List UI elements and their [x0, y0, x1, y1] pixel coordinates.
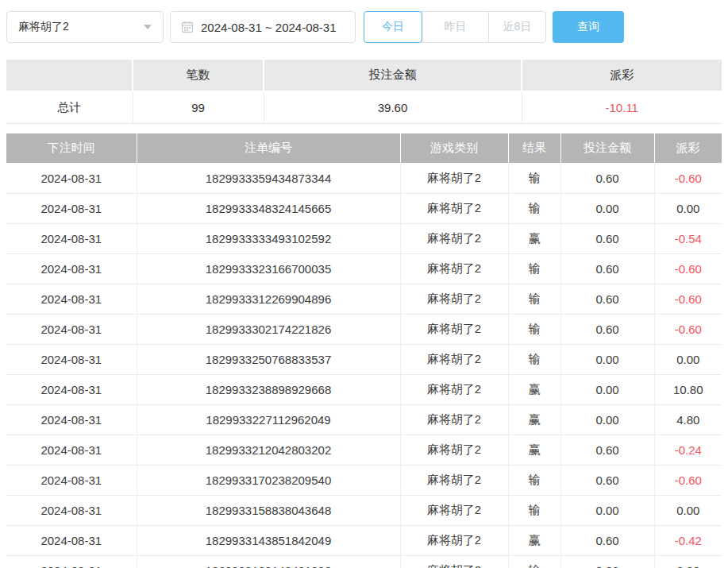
cell-bet-time: 2024-08-31: [6, 526, 137, 556]
cell-bet-amount: 0.00: [560, 405, 654, 435]
cell-payout: 0.00: [654, 345, 722, 375]
table-row: 2024-08-311829933323166700035麻将胡了2输0.60-…: [6, 254, 722, 284]
date-range-picker[interactable]: 2024-08-31 ~ 2024-08-31: [170, 11, 356, 43]
date-range-value: 2024-08-31 ~ 2024-08-31: [201, 21, 337, 34]
header-bet-amount: 投注金额: [560, 133, 654, 164]
table-row: 2024-08-311829933348324145665麻将胡了2输0.000…: [6, 194, 722, 224]
yesterday-button[interactable]: 昨日: [422, 11, 489, 43]
cell-payout: -0.60: [654, 284, 722, 315]
cell-bet-time: 2024-08-31: [6, 375, 137, 405]
cell-result: 赢: [508, 405, 560, 435]
summary-header-payout: 派彩: [522, 60, 722, 91]
cell-payout: -0.54: [654, 224, 722, 254]
summary-table: 笔数 投注金额 派彩 总计 99 39.60 -10.11: [6, 60, 722, 124]
cell-game-type: 麻将胡了2: [400, 284, 508, 315]
summary-total-label: 总计: [6, 91, 133, 123]
table-row: 2024-08-311829933302174221826麻将胡了2输0.60-…: [6, 315, 722, 345]
cell-bet-id: 1829933348324145665: [137, 194, 400, 224]
cell-payout: 0.00: [654, 556, 722, 568]
game-select-value: 麻将胡了2: [18, 20, 69, 34]
cell-bet-amount: 0.00: [560, 194, 654, 224]
cell-result: 输: [508, 164, 560, 194]
header-payout: 派彩: [654, 133, 722, 164]
cell-bet-time: 2024-08-31: [6, 224, 137, 254]
table-row: 2024-08-311829933333493102592麻将胡了2赢0.60-…: [6, 224, 722, 254]
cell-bet-id: 1829933143851842049: [137, 526, 400, 556]
last-8-days-button[interactable]: 近8日: [488, 11, 546, 43]
cell-bet-id: 1829933238898929668: [137, 375, 400, 405]
table-row: 2024-08-311829933143851842049麻将胡了2赢0.60-…: [6, 526, 722, 556]
cell-result: 输: [508, 466, 560, 496]
cell-game-type: 麻将胡了2: [400, 556, 508, 568]
summary-header-empty: [6, 60, 133, 91]
cell-result: 输: [508, 496, 560, 526]
cell-bet-amount: 0.60: [560, 526, 654, 556]
game-select[interactable]: 麻将胡了2: [6, 11, 164, 43]
cell-payout: -0.24: [654, 435, 722, 466]
cell-bet-time: 2024-08-31: [6, 496, 137, 526]
cell-payout: 0.00: [654, 496, 722, 526]
table-row: 2024-08-311829933129143491832麻将胡了2输0.000…: [6, 556, 722, 568]
cell-bet-id: 1829933359434873344: [137, 164, 400, 194]
cell-bet-time: 2024-08-31: [6, 194, 137, 224]
cell-bet-time: 2024-08-31: [6, 315, 137, 345]
cell-payout: -0.60: [654, 164, 722, 194]
chevron-down-icon: [144, 25, 152, 29]
table-row: 2024-08-311829933227112962049麻将胡了2赢0.004…: [6, 405, 722, 435]
cell-bet-amount: 0.60: [560, 224, 654, 254]
cell-game-type: 麻将胡了2: [400, 164, 508, 194]
calendar-icon: [181, 21, 194, 33]
today-button[interactable]: 今日: [364, 11, 422, 43]
table-row: 2024-08-311829933212042803202麻将胡了2赢0.60-…: [6, 435, 722, 466]
cell-bet-amount: 0.60: [560, 466, 654, 496]
header-bet-id: 注单编号: [137, 133, 400, 164]
cell-bet-time: 2024-08-31: [6, 466, 137, 496]
cell-result: 输: [508, 556, 560, 568]
cell-bet-amount: 0.00: [560, 556, 654, 568]
summary-header-bet-amount: 投注金额: [264, 60, 522, 91]
cell-payout: -0.60: [654, 315, 722, 345]
cell-result: 输: [508, 345, 560, 375]
cell-payout: 4.80: [654, 405, 722, 435]
cell-game-type: 麻将胡了2: [400, 224, 508, 254]
cell-bet-amount: 0.00: [560, 375, 654, 405]
cell-game-type: 麻将胡了2: [400, 315, 508, 345]
summary-header-count: 笔数: [133, 60, 264, 91]
cell-bet-amount: 0.60: [560, 435, 654, 466]
cell-game-type: 麻将胡了2: [400, 345, 508, 375]
cell-bet-time: 2024-08-31: [6, 435, 137, 466]
table-row: 2024-08-311829933238898929668麻将胡了2赢0.001…: [6, 375, 722, 405]
summary-total-row: 总计 99 39.60 -10.11: [6, 91, 722, 123]
cell-bet-time: 2024-08-31: [6, 164, 137, 194]
cell-bet-time: 2024-08-31: [6, 284, 137, 315]
cell-bet-amount: 0.60: [560, 254, 654, 284]
query-button[interactable]: 查询: [553, 11, 624, 43]
summary-total-count: 99: [133, 91, 264, 123]
cell-bet-amount: 0.00: [560, 496, 654, 526]
cell-bet-id: 1829933158838043648: [137, 496, 400, 526]
cell-payout: 0.00: [654, 194, 722, 224]
toolbar: 麻将胡了2 2024-08-31 ~ 2024-08-31 今日 昨日 近8日 …: [6, 11, 722, 43]
table-row: 2024-08-311829933312269904896麻将胡了2输0.60-…: [6, 284, 722, 315]
cell-bet-id: 1829933212042803202: [137, 435, 400, 466]
cell-bet-id: 1829933302174221826: [137, 315, 400, 345]
cell-game-type: 麻将胡了2: [400, 526, 508, 556]
cell-result: 赢: [508, 375, 560, 405]
cell-bet-id: 1829933129143491832: [137, 556, 400, 568]
table-row: 2024-08-311829933170238209540麻将胡了2输0.60-…: [6, 466, 722, 496]
quick-date-button-group: 今日 昨日 近8日: [364, 11, 546, 43]
cell-payout: -0.60: [654, 254, 722, 284]
cell-bet-id: 1829933312269904896: [137, 284, 400, 315]
summary-total-payout: -10.11: [522, 91, 722, 123]
cell-payout: -0.42: [654, 526, 722, 556]
cell-result: 输: [508, 194, 560, 224]
bet-records-table: 下注时间 注单编号 游戏类别 结果 投注金额 派彩 2024-08-311829…: [6, 133, 722, 568]
table-row: 2024-08-311829933250768833537麻将胡了2输0.000…: [6, 345, 722, 375]
header-bet-time: 下注时间: [6, 133, 137, 164]
cell-result: 输: [508, 254, 560, 284]
cell-game-type: 麻将胡了2: [400, 435, 508, 466]
summary-total-bet-amount: 39.60: [264, 91, 522, 123]
cell-bet-id: 1829933250768833537: [137, 345, 400, 375]
cell-game-type: 麻将胡了2: [400, 496, 508, 526]
cell-bet-id: 1829933333493102592: [137, 224, 400, 254]
